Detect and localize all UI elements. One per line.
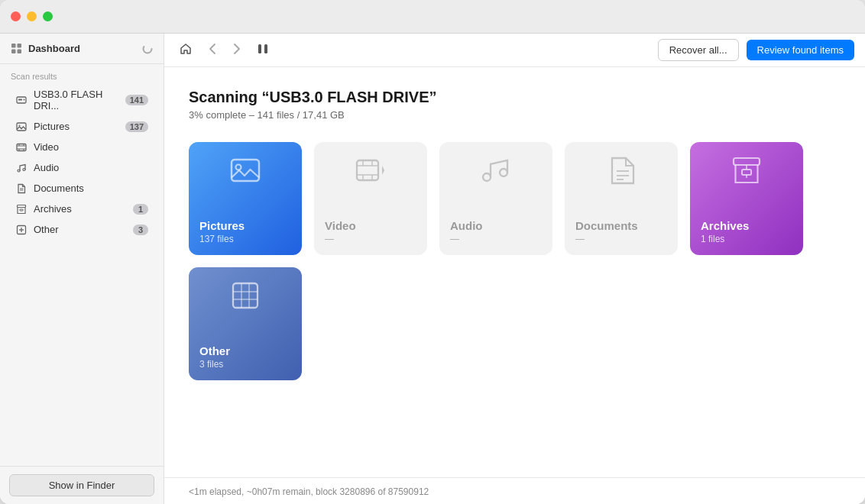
scan-subtitle: 3% complete – 141 files / 17,41 GB: [189, 109, 841, 121]
sidebar-item-audio-label: Audio: [34, 162, 148, 173]
archives-card-icon: [731, 154, 763, 186]
sidebar-item-video[interactable]: Video: [5, 137, 159, 157]
sidebar-footer: Show in Finder: [0, 466, 164, 504]
other-card-name: Other: [199, 344, 230, 357]
svg-point-18: [23, 168, 25, 170]
main-window: Dashboard Scan results U: [0, 0, 865, 504]
music-icon: [15, 163, 28, 173]
review-found-items-button[interactable]: Review found items: [747, 40, 854, 60]
svg-rect-10: [17, 144, 26, 150]
recover-all-button[interactable]: Recover all...: [658, 39, 739, 61]
documents-card-name: Documents: [575, 219, 638, 232]
file-card-archives[interactable]: Archives 1 files: [690, 142, 803, 255]
video-card-count: —: [325, 234, 334, 244]
sidebar-item-other-label: Other: [34, 224, 127, 235]
sidebar-item-archives-badge: 1: [133, 204, 148, 215]
audio-card-icon: [480, 154, 512, 186]
svg-rect-2: [11, 50, 16, 54]
sidebar: Dashboard Scan results U: [0, 34, 164, 504]
svg-point-29: [236, 165, 241, 170]
dashboard-label: Dashboard: [28, 43, 136, 54]
topbar: Recover all... Review found items: [164, 34, 865, 67]
pause-button[interactable]: [253, 40, 273, 61]
svg-rect-43: [742, 170, 751, 175]
file-card-other[interactable]: Other 3 files: [189, 267, 302, 380]
sidebar-item-audio[interactable]: Audio: [5, 158, 159, 177]
svg-rect-28: [232, 160, 259, 181]
svg-rect-42: [734, 158, 760, 165]
svg-point-7: [24, 99, 25, 101]
file-card-video[interactable]: Video —: [314, 142, 427, 255]
svg-rect-27: [264, 44, 267, 53]
pictures-card-name: Pictures: [199, 219, 245, 232]
sidebar-item-archives[interactable]: Archives 1: [5, 199, 159, 218]
sidebar-item-other[interactable]: Other 3: [5, 220, 159, 239]
back-button[interactable]: [204, 40, 221, 61]
sidebar-item-other-badge: 3: [133, 225, 148, 235]
svg-point-17: [18, 170, 20, 172]
scan-content: Scanning “USB3.0 FLASH DRIVE” 3% complet…: [164, 67, 865, 477]
svg-rect-22: [20, 209, 23, 211]
archive-icon: [15, 204, 28, 215]
file-grid: Pictures 137 files: [189, 142, 841, 380]
svg-rect-21: [18, 205, 26, 207]
sidebar-item-pictures-label: Pictures: [34, 121, 119, 132]
dashboard-icon: [11, 43, 22, 54]
titlebar: [0, 0, 865, 34]
main-layout: Dashboard Scan results U: [0, 34, 865, 504]
status-text: <1m elapsed, ~0h07m remain, block 328089…: [189, 486, 429, 497]
scan-title: Scanning “USB3.0 FLASH DRIVE”: [189, 89, 841, 106]
sidebar-item-pictures[interactable]: Pictures 137: [5, 117, 159, 136]
svg-point-4: [144, 44, 152, 53]
home-button[interactable]: [175, 40, 196, 61]
sidebar-item-archives-label: Archives: [34, 203, 127, 215]
svg-rect-1: [18, 44, 22, 48]
documents-card-count: —: [575, 234, 585, 244]
file-card-audio[interactable]: Audio —: [439, 142, 552, 255]
content-area: Recover all... Review found items Scanni…: [164, 34, 865, 504]
svg-rect-30: [357, 160, 378, 180]
doc-icon: [15, 183, 28, 194]
maximize-button[interactable]: [43, 11, 53, 21]
other-card-count: 3 files: [199, 359, 223, 370]
sidebar-item-documents-label: Documents: [34, 183, 148, 194]
sidebar-dashboard-header[interactable]: Dashboard: [0, 34, 164, 64]
sidebar-item-pictures-badge: 137: [125, 121, 148, 132]
svg-point-38: [500, 169, 507, 176]
archives-card-count: 1 files: [701, 234, 724, 244]
other-card-icon: [229, 279, 261, 312]
spinner-icon: [142, 44, 153, 54]
show-in-finder-button[interactable]: Show in Finder: [9, 474, 154, 496]
minimize-button[interactable]: [27, 11, 37, 21]
file-card-documents[interactable]: Documents —: [565, 142, 678, 255]
svg-rect-0: [11, 44, 16, 48]
file-card-pictures[interactable]: Pictures 137 files: [189, 142, 302, 255]
film-icon: [15, 142, 28, 153]
documents-card-icon: [605, 154, 637, 186]
other-icon: [15, 225, 28, 235]
drive-icon: [15, 95, 28, 105]
svg-rect-46: [233, 283, 258, 308]
pictures-card-count: 137 files: [199, 234, 234, 244]
svg-rect-3: [18, 50, 22, 54]
audio-card-count: —: [450, 234, 459, 244]
svg-rect-8: [17, 123, 26, 131]
photo-icon: [15, 121, 28, 132]
pictures-card-icon: [229, 154, 261, 186]
svg-rect-26: [258, 44, 261, 53]
statusbar: <1m elapsed, ~0h07m remain, block 328089…: [164, 477, 865, 504]
video-card-icon: [355, 154, 387, 186]
svg-rect-6: [18, 99, 22, 101]
archives-card-name: Archives: [701, 219, 749, 232]
sidebar-item-documents[interactable]: Documents: [5, 179, 159, 198]
close-button[interactable]: [11, 11, 21, 21]
sidebar-item-usb-label: USB3.0 FLASH DRI...: [34, 89, 119, 111]
sidebar-item-usb[interactable]: USB3.0 FLASH DRI... 141: [5, 85, 159, 115]
sidebar-item-video-label: Video: [34, 141, 148, 153]
audio-card-name: Audio: [450, 219, 483, 232]
svg-point-37: [483, 173, 491, 181]
sidebar-item-usb-badge: 141: [125, 95, 148, 105]
forward-button[interactable]: [228, 40, 245, 61]
video-card-name: Video: [325, 219, 356, 232]
scan-results-label: Scan results: [0, 64, 164, 84]
